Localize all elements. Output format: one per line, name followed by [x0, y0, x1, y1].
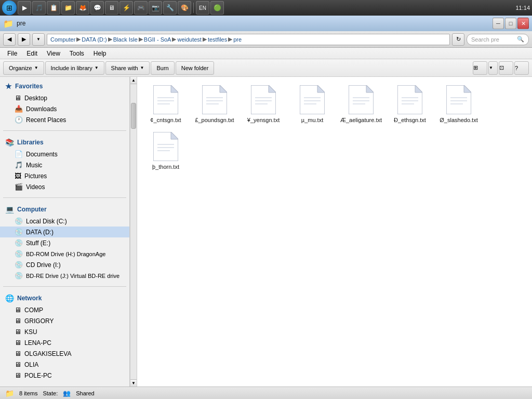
taskbar-btn-9[interactable]: 🎮 — [134, 1, 148, 15]
taskbar-right: 11:14 — [515, 5, 530, 11]
taskbar-divider — [193, 3, 194, 13]
file-item-0[interactable]: ¢_cntsgn.txt — [142, 82, 189, 127]
file-icon-4 — [349, 85, 374, 114]
include-dropdown-icon: ▼ — [95, 65, 99, 70]
recent-button[interactable]: ▼ — [32, 33, 45, 46]
pole-pc-icon: 🖥 — [15, 371, 21, 379]
menu-edit[interactable]: Edit — [22, 49, 42, 58]
taskbar-btn-11[interactable]: 🔧 — [163, 1, 177, 15]
sidebar-item-recent[interactable]: 🕐 Recent Places — [0, 114, 129, 125]
file-item-4[interactable]: Æ_aeligature.txt — [338, 82, 384, 127]
view-icons-button[interactable]: ⊞ — [473, 61, 487, 75]
burn-button[interactable]: Burn — [151, 61, 174, 75]
taskbar-btn-2[interactable]: 🎵 — [32, 1, 46, 15]
burn-label: Burn — [156, 65, 168, 71]
ksu-icon: 🖥 — [15, 328, 21, 336]
path-weidutest[interactable]: weidutest — [177, 36, 201, 43]
refresh-button[interactable]: ↻ — [452, 33, 464, 46]
sidebar-item-bdre[interactable]: 💿 BD-RE Drive (J:) Virtual BD-RE drive — [0, 270, 129, 281]
sidebar-scrollbar[interactable]: ▲ ▼ — [130, 77, 137, 387]
sidebar-item-downloads[interactable]: 📥 Downloads — [0, 103, 129, 114]
path-blackisle[interactable]: Black Isle — [113, 36, 138, 43]
path-data-d[interactable]: DATA (D:) — [82, 36, 107, 43]
sidebar-item-data-d-label: DATA (D:) — [26, 229, 54, 236]
menu-file[interactable]: File — [3, 49, 21, 58]
taskbar-btn-10[interactable]: 📷 — [149, 1, 162, 15]
sidebar-item-cddrive[interactable]: 💿 CD Drive (I:) — [0, 259, 129, 270]
sidebar-item-grigory[interactable]: 🖥 GRIGORY — [0, 315, 129, 326]
taskbar-btn-13[interactable]: 🟢 — [210, 1, 224, 15]
libraries-header[interactable]: 📚 Libraries — [0, 136, 129, 149]
sidebar-item-olia[interactable]: 🖥 OLIA — [0, 359, 129, 370]
sidebar-item-local-disk[interactable]: 💿 Local Disk (C:) — [0, 216, 129, 227]
svg-marker-6 — [220, 85, 227, 92]
sidebar-item-desktop[interactable]: 🖥 Desktop — [0, 92, 129, 103]
sidebar-item-stuff-e[interactable]: 💿 Stuff (E:) — [0, 237, 129, 248]
help-button[interactable]: ? — [514, 61, 529, 75]
scrollbar-up-button[interactable]: ▲ — [130, 77, 137, 84]
local-disk-icon: 💿 — [15, 217, 23, 225]
taskbar-btn-1[interactable]: ▶ — [18, 1, 31, 15]
taskbar-btn-8[interactable]: ⚡ — [119, 1, 133, 15]
sidebar-item-videos-label: Videos — [26, 183, 45, 191]
close-button[interactable]: ✕ — [517, 18, 529, 29]
sidebar-item-downloads-label: Downloads — [26, 105, 57, 113]
sidebar-item-olgakiseleva[interactable]: 🖥 OLGAKISELEVA — [0, 348, 129, 359]
path-testfiles[interactable]: testfiles — [208, 36, 227, 43]
file-item-3[interactable]: µ_mu.txt — [289, 82, 336, 127]
sidebar-item-data-d[interactable]: 💿 DATA (D:) — [0, 227, 129, 237]
file-item-1[interactable]: £_poundsgn.txt — [191, 82, 238, 127]
taskbar-btn-7[interactable]: 🖥 — [105, 1, 118, 15]
scrollbar-thumb[interactable] — [131, 103, 136, 129]
include-in-library-button[interactable]: Include in library ▼ — [45, 61, 104, 75]
sidebar-item-ksu[interactable]: 🖥 KSU — [0, 326, 129, 337]
taskbar-btn-6[interactable]: 💬 — [90, 1, 104, 15]
explorer-window: 📁 pre ─ □ ✕ ◀ ▶ ▼ Computer ▶ DATA (D:) ▶… — [0, 16, 532, 399]
network-header[interactable]: 🌐 Network — [0, 292, 129, 304]
maximize-button[interactable]: □ — [505, 18, 516, 29]
file-name-6: Ø_slashedо.txt — [440, 116, 477, 124]
taskbar-btn-3[interactable]: 📋 — [47, 1, 60, 15]
back-button[interactable]: ◀ — [3, 33, 16, 46]
menu-help[interactable]: Help — [89, 49, 111, 58]
search-box[interactable]: Search pre 🔍 — [467, 34, 529, 45]
menu-tools[interactable]: Tools — [65, 49, 88, 58]
path-computer[interactable]: Computer — [50, 36, 75, 43]
sidebar-item-music[interactable]: 🎵 Music — [0, 159, 129, 170]
sidebar-item-comp[interactable]: 🖥 COMP — [0, 304, 129, 315]
sidebar-item-documents[interactable]: 📄 Documents — [0, 149, 129, 159]
scrollbar-down-button[interactable]: ▼ — [130, 379, 137, 387]
taskbar-btn-12[interactable]: 🎨 — [178, 1, 191, 15]
taskbar-btn-5[interactable]: 🦊 — [76, 1, 89, 15]
file-item-6[interactable]: Ø_slashedо.txt — [435, 82, 482, 127]
sidebar-item-recent-label: Recent Places — [26, 116, 66, 124]
path-pre[interactable]: pre — [233, 36, 242, 43]
share-dropdown-icon: ▼ — [140, 65, 144, 70]
sidebar-item-bdrom[interactable]: 💿 BD-ROM Drive (H:) DragonAge — [0, 248, 129, 259]
file-item-7[interactable]: þ_thorn.txt — [142, 129, 189, 174]
sidebar-item-videos[interactable]: 🎬 Videos — [0, 181, 129, 192]
organize-button[interactable]: Organize ▼ — [3, 61, 44, 75]
path-bgii[interactable]: BGII - SoA — [144, 36, 171, 43]
taskbar-btn-4[interactable]: 📁 — [61, 1, 75, 15]
menu-view[interactable]: View — [43, 49, 64, 58]
state-label: State: — [43, 390, 58, 396]
pane-button[interactable]: ⊡ — [499, 61, 513, 75]
minimize-button[interactable]: ─ — [493, 18, 504, 29]
file-item-2[interactable]: ¥_yensgn.txt — [240, 82, 287, 127]
new-folder-button[interactable]: New folder — [176, 61, 215, 75]
address-path[interactable]: Computer ▶ DATA (D:) ▶ Black Isle ▶ BGII… — [47, 34, 450, 45]
sidebar-item-pictures[interactable]: 🖼 Pictures — [0, 170, 129, 181]
taskbar-btn-lang[interactable]: EN — [196, 1, 209, 15]
computer-header[interactable]: 💻 Computer — [0, 203, 129, 216]
search-icon[interactable]: 🔍 — [517, 36, 524, 43]
sidebar-item-lena-pc[interactable]: 🖥 LENA-PC — [0, 337, 129, 348]
favorites-header[interactable]: ★ Favorites — [0, 80, 129, 92]
start-button[interactable]: ⊞ — [2, 1, 17, 15]
file-item-5[interactable]: Ð_ethsgn.txt — [387, 82, 433, 127]
share-with-button[interactable]: Share with ▼ — [105, 61, 150, 75]
sidebar-item-pole-pc[interactable]: 🖥 POLE-PC — [0, 370, 129, 381]
view-dropdown-button[interactable]: ▼ — [488, 61, 498, 75]
pictures-icon: 🖼 — [15, 172, 21, 180]
forward-button[interactable]: ▶ — [18, 33, 30, 46]
